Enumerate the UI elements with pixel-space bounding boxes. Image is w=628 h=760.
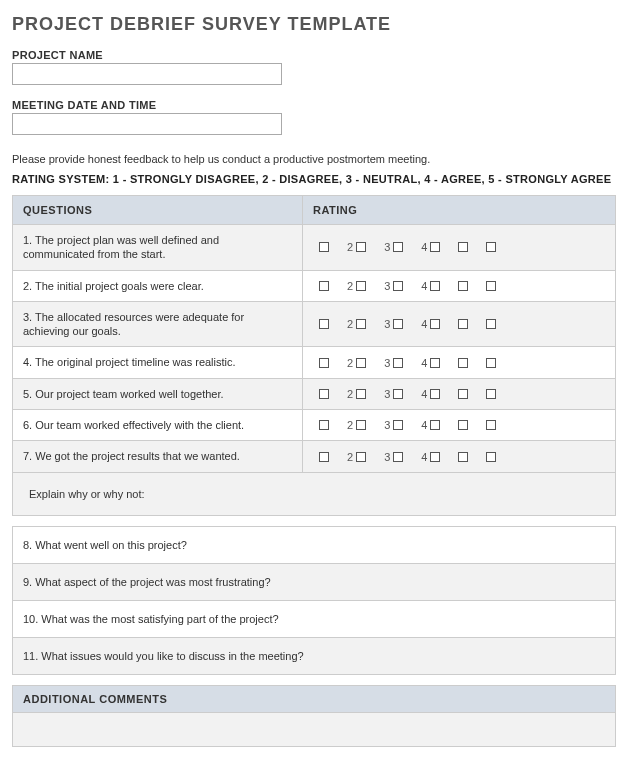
open-question-row: 11. What issues would you like to discus… [13, 637, 616, 674]
rating-checkbox[interactable] [393, 358, 403, 368]
project-name-input[interactable] [12, 63, 282, 85]
table-row: 4. The original project timeline was rea… [13, 347, 616, 378]
rating-checkbox[interactable] [486, 319, 496, 329]
rating-checkbox[interactable] [393, 420, 403, 430]
question-text: 3. The allocated resources were adequate… [23, 310, 292, 339]
additional-comments-header: ADDITIONAL COMMENTS [12, 685, 616, 713]
rating-number: 4 [421, 388, 427, 400]
question-text: 4. The original project timeline was rea… [23, 355, 292, 369]
rating-checkbox[interactable] [393, 281, 403, 291]
rating-checkbox[interactable] [356, 389, 366, 399]
rating-checkbox[interactable] [319, 242, 329, 252]
rating-checkbox[interactable] [356, 281, 366, 291]
rating-number: 3 [384, 451, 390, 463]
rating-checkbox[interactable] [486, 420, 496, 430]
open-question-text: 11. What issues would you like to discus… [23, 650, 605, 662]
additional-comments-box[interactable] [12, 713, 616, 747]
project-name-label: PROJECT NAME [12, 49, 616, 61]
meeting-date-label: MEETING DATE AND TIME [12, 99, 616, 111]
open-question-text: 8. What went well on this project? [23, 539, 605, 551]
rating-checkbox[interactable] [430, 358, 440, 368]
rating-checkbox[interactable] [458, 242, 468, 252]
rating-checkbox[interactable] [430, 242, 440, 252]
explain-row: Explain why or why not: [13, 472, 616, 515]
rating-number: 2 [347, 318, 353, 330]
explain-input-area[interactable] [303, 472, 616, 515]
table-row: 3. The allocated resources were adequate… [13, 301, 616, 347]
question-text: 6. Our team worked effectively with the … [23, 418, 292, 432]
rating-number: 2 [347, 419, 353, 431]
rating-checkbox[interactable] [393, 242, 403, 252]
rating-number: 3 [384, 318, 390, 330]
explain-label: Explain why or why not: [29, 487, 287, 501]
rating-checkbox[interactable] [458, 452, 468, 462]
rating-checkbox[interactable] [356, 319, 366, 329]
rating-checkbox[interactable] [319, 319, 329, 329]
rating-number: 3 [384, 357, 390, 369]
meeting-date-input[interactable] [12, 113, 282, 135]
rating-checkbox[interactable] [393, 389, 403, 399]
rating-checkbox[interactable] [486, 452, 496, 462]
open-question-row: 9. What aspect of the project was most f… [13, 563, 616, 600]
rating-checkbox[interactable] [356, 358, 366, 368]
rating-checkbox[interactable] [356, 242, 366, 252]
rating-checkbox[interactable] [356, 420, 366, 430]
rating-checkbox[interactable] [458, 281, 468, 291]
rating-checkbox[interactable] [458, 389, 468, 399]
rating-number: 4 [421, 241, 427, 253]
rating-checkbox[interactable] [393, 319, 403, 329]
rating-checkbox[interactable] [430, 420, 440, 430]
rating-checkbox[interactable] [430, 452, 440, 462]
rating-number: 2 [347, 451, 353, 463]
rating-system-key: RATING SYSTEM: 1 - STRONGLY DISAGREE, 2 … [12, 173, 616, 185]
rating-number: 4 [421, 357, 427, 369]
question-text: 5. Our project team worked well together… [23, 387, 292, 401]
rating-number: 4 [421, 318, 427, 330]
table-row: 6. Our team worked effectively with the … [13, 410, 616, 441]
rating-checkbox[interactable] [430, 319, 440, 329]
rating-number: 4 [421, 451, 427, 463]
rating-number: 3 [384, 419, 390, 431]
rating-checkbox[interactable] [319, 452, 329, 462]
open-question-text: 9. What aspect of the project was most f… [23, 576, 605, 588]
rating-checkbox[interactable] [319, 389, 329, 399]
rating-number: 4 [421, 419, 427, 431]
rating-checkbox[interactable] [393, 452, 403, 462]
question-text: 7. We got the project results that we wa… [23, 449, 292, 463]
rating-number: 2 [347, 280, 353, 292]
rating-checkbox[interactable] [319, 281, 329, 291]
rating-number: 3 [384, 280, 390, 292]
open-questions-table: 8. What went well on this project?9. Wha… [12, 526, 616, 675]
rating-number: 2 [347, 357, 353, 369]
rating-checkbox[interactable] [356, 452, 366, 462]
page-title: PROJECT DEBRIEF SURVEY TEMPLATE [12, 14, 616, 35]
column-header-rating: RATING [303, 196, 616, 225]
rating-number: 3 [384, 388, 390, 400]
rating-checkbox[interactable] [486, 358, 496, 368]
rating-number: 4 [421, 280, 427, 292]
open-question-row: 8. What went well on this project? [13, 526, 616, 563]
rating-checkbox[interactable] [430, 281, 440, 291]
rating-questions-table: QUESTIONS RATING 1. The project plan was… [12, 195, 616, 516]
rating-checkbox[interactable] [486, 389, 496, 399]
question-text: 1. The project plan was well defined and… [23, 233, 292, 262]
rating-number: 2 [347, 388, 353, 400]
column-header-questions: QUESTIONS [13, 196, 303, 225]
rating-checkbox[interactable] [458, 358, 468, 368]
rating-checkbox[interactable] [458, 319, 468, 329]
rating-checkbox[interactable] [430, 389, 440, 399]
rating-checkbox[interactable] [319, 358, 329, 368]
question-text: 2. The initial project goals were clear. [23, 279, 292, 293]
rating-checkbox[interactable] [319, 420, 329, 430]
rating-checkbox[interactable] [486, 281, 496, 291]
rating-checkbox[interactable] [458, 420, 468, 430]
rating-number: 3 [384, 241, 390, 253]
open-question-text: 10. What was the most satisfying part of… [23, 613, 605, 625]
rating-checkbox[interactable] [486, 242, 496, 252]
table-row: 7. We got the project results that we wa… [13, 441, 616, 472]
rating-number: 2 [347, 241, 353, 253]
table-row: 5. Our project team worked well together… [13, 378, 616, 409]
instructions-text: Please provide honest feedback to help u… [12, 153, 616, 165]
table-row: 2. The initial project goals were clear.… [13, 270, 616, 301]
table-row: 1. The project plan was well defined and… [13, 225, 616, 271]
